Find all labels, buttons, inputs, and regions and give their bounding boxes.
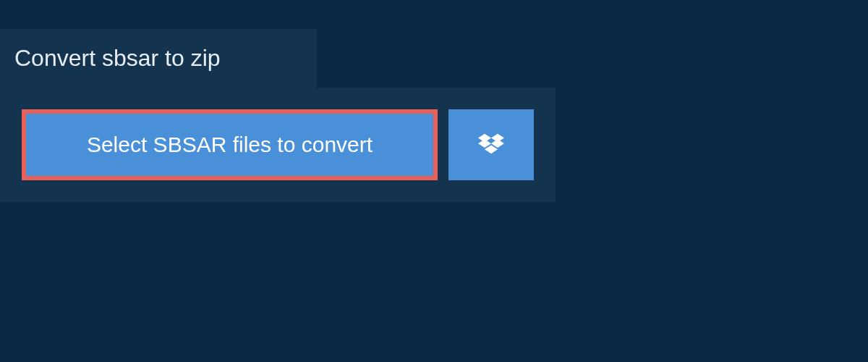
button-row: Select SBSAR files to convert bbox=[22, 109, 534, 180]
upload-panel: Select SBSAR files to convert bbox=[0, 88, 556, 202]
dropbox-icon bbox=[478, 133, 504, 156]
select-files-button[interactable]: Select SBSAR files to convert bbox=[22, 109, 438, 180]
dropbox-button[interactable] bbox=[448, 109, 534, 180]
page-title: Convert sbsar to zip bbox=[14, 45, 221, 71]
select-files-label: Select SBSAR files to convert bbox=[87, 132, 373, 157]
header-tab: Convert sbsar to zip bbox=[0, 29, 317, 88]
